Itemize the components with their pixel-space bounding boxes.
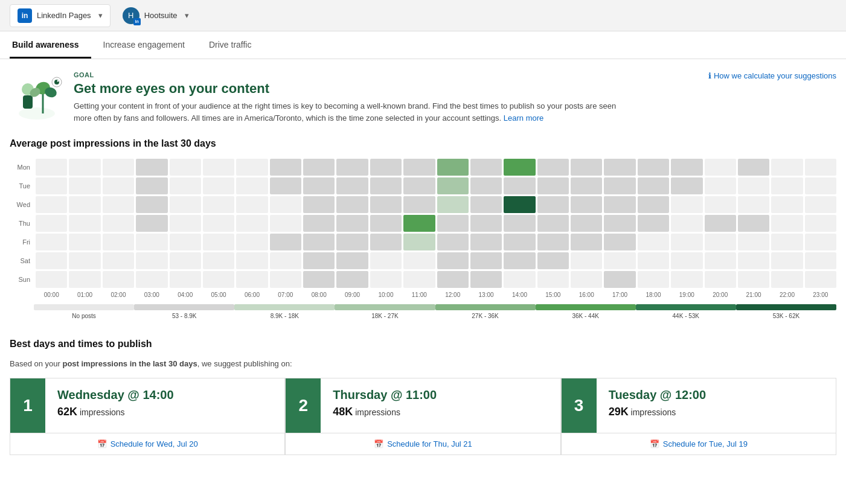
legend-bar	[636, 304, 736, 310]
schedule-link[interactable]: 📅 Schedule for Wed, Jul 20	[20, 439, 275, 448]
heatmap-cell	[303, 215, 335, 232]
legend-bar	[134, 304, 234, 310]
heatmap-hour-label: 18:00	[638, 292, 669, 298]
heatmap-cell	[504, 252, 535, 269]
best-times-title: Best days and times to publish	[10, 339, 836, 349]
heatmap-day-label: Sun	[10, 271, 34, 288]
heatmap-cell	[671, 177, 702, 194]
time-card-title: Tuesday @ 12:00	[609, 388, 824, 402]
schedule-label: Schedule for Tue, Jul 19	[663, 439, 748, 448]
linkedin-pages-selector[interactable]: in LinkedIn Pages ▾	[10, 4, 111, 27]
time-card-rank: 3	[562, 378, 597, 433]
heatmap-cell	[270, 271, 301, 288]
tab-drive-traffic[interactable]: Drive traffic	[207, 31, 264, 59]
heatmap-cell	[336, 215, 368, 232]
heatmap-cell	[638, 271, 669, 288]
goal-illustration	[10, 71, 64, 120]
heatmap-cell	[403, 252, 435, 269]
schedule-link[interactable]: 📅 Schedule for Thu, Jul 21	[295, 439, 550, 448]
heatmap-cell	[36, 196, 67, 213]
heatmap-cell	[236, 252, 268, 269]
heatmap-cell	[136, 234, 167, 250]
heatmap-cell	[805, 159, 836, 176]
heatmap-cell	[170, 196, 201, 213]
tab-increase-engagement[interactable]: Increase engagement	[101, 31, 197, 59]
goal-text: GOAL Get more eyes on your content Getti…	[74, 71, 617, 124]
learn-more-link[interactable]: Learn more	[504, 113, 543, 123]
svg-point-0	[19, 107, 55, 120]
legend-item: 53K - 62K	[736, 304, 836, 319]
heatmap-cell	[403, 177, 435, 194]
heatmap-cell	[270, 252, 301, 269]
heatmap-cell	[571, 234, 602, 250]
legend-bar	[736, 304, 836, 310]
heatmap-hour-label: 12:00	[437, 292, 469, 298]
heatmap-cell	[504, 271, 535, 288]
heatmap-cell	[805, 234, 836, 250]
heatmap-hour-label: 19:00	[671, 292, 702, 298]
heatmap-cell	[638, 215, 669, 232]
heatmap-cell	[805, 196, 836, 213]
heatmap-cell	[671, 215, 702, 232]
heatmap-hour-label: 04:00	[170, 292, 201, 298]
calendar-icon: 📅	[650, 439, 659, 448]
time-card-schedule[interactable]: 📅 Schedule for Wed, Jul 20	[10, 433, 284, 455]
heatmap-cell	[638, 177, 669, 194]
heatmap-hour-label: 10:00	[370, 292, 402, 298]
heatmap-cell	[537, 271, 569, 288]
time-card-body: 1 Wednesday @ 14:00 62K impressions	[10, 378, 284, 433]
main-content: GOAL Get more eyes on your content Getti…	[0, 59, 846, 467]
heatmap-hour-label: 17:00	[604, 292, 635, 298]
heatmap-cell	[170, 215, 201, 232]
heatmap-cell	[103, 215, 134, 232]
heatmap-cell	[437, 177, 469, 194]
question-icon: ℹ	[708, 71, 711, 80]
heatmap-cell	[236, 215, 268, 232]
time-card: 1 Wednesday @ 14:00 62K impressions 📅 Sc…	[10, 378, 285, 455]
time-card: 2 Thursday @ 11:00 48K impressions 📅 Sch…	[285, 378, 560, 455]
heatmap-cell	[203, 196, 234, 213]
hootsuite-linkedin-badge: in	[133, 18, 141, 25]
heatmap-cell	[203, 271, 234, 288]
heatmap-hour-label: 23:00	[805, 292, 836, 298]
schedule-label: Schedule for Wed, Jul 20	[111, 439, 198, 448]
heatmap-cell	[336, 252, 368, 269]
heatmap-cell	[36, 234, 67, 250]
heatmap-section: Average post impressions in the last 30 …	[10, 138, 836, 319]
heatmap-cell	[270, 177, 301, 194]
heatmap-cell	[203, 215, 234, 232]
heatmap-hour-label: 20:00	[705, 292, 736, 298]
heatmap-cell	[571, 271, 602, 288]
legend-item: No posts	[34, 304, 134, 319]
heatmap-cell	[69, 159, 100, 176]
heatmap-cell	[638, 196, 669, 213]
legend-label: 53K - 62K	[773, 313, 800, 319]
heatmap-cell	[537, 252, 569, 269]
heatmap-cell	[370, 215, 402, 232]
heatmap-cell	[36, 271, 67, 288]
hootsuite-chevron-icon: ▾	[185, 11, 189, 20]
schedule-link[interactable]: 📅 Schedule for Tue, Jul 19	[571, 439, 826, 448]
heatmap-cell	[36, 215, 67, 232]
heatmap-cell	[604, 177, 635, 194]
heatmap-cell	[203, 234, 234, 250]
heatmap-cell	[336, 271, 368, 288]
goal-title: Get more eyes on your content	[74, 81, 617, 97]
heatmap-cell	[571, 196, 602, 213]
tab-build-awareness[interactable]: Build awareness	[10, 31, 91, 59]
how-calculate-link[interactable]: ℹ How we calculate your suggestions	[708, 71, 836, 80]
hootsuite-selector[interactable]: H in Hootsuite ▾	[115, 4, 196, 28]
heatmap-cell	[504, 159, 535, 176]
time-card-body: 2 Thursday @ 11:00 48K impressions	[286, 378, 560, 433]
time-card: 3 Tuesday @ 12:00 29K impressions 📅 Sche…	[561, 378, 836, 455]
heatmap-cell	[236, 159, 268, 176]
heatmap-cell	[69, 177, 100, 194]
heatmap-cell	[170, 177, 201, 194]
hootsuite-label: Hootsuite	[144, 11, 178, 20]
heatmap-cell	[303, 271, 335, 288]
heatmap-cell	[69, 271, 100, 288]
heatmap-cell	[738, 215, 769, 232]
time-card-schedule[interactable]: 📅 Schedule for Tue, Jul 19	[562, 433, 836, 455]
time-card-schedule[interactable]: 📅 Schedule for Thu, Jul 21	[286, 433, 560, 455]
heatmap-day-label: Thu	[10, 215, 34, 232]
